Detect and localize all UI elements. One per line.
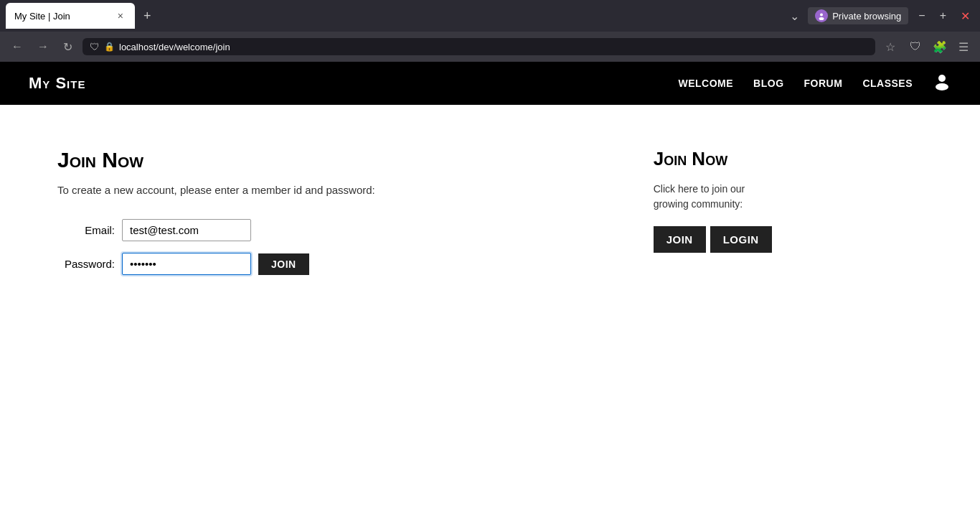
active-tab: My Site | Join ×: [6, 3, 135, 29]
tab-bar: My Site | Join × + ⌄ Private browsing − …: [0, 0, 980, 32]
main-content: Join Now To create a new account, please…: [0, 105, 980, 464]
new-tab-button[interactable]: +: [138, 6, 157, 27]
forward-button[interactable]: →: [33, 37, 53, 56]
right-section: Join Now Click here to join our growing …: [625, 148, 923, 421]
form-join-button[interactable]: JOIN: [258, 253, 309, 275]
password-input[interactable]: [122, 253, 251, 275]
sidebar-login-button[interactable]: LOGIN: [710, 226, 772, 253]
svg-point-4: [936, 83, 948, 90]
nav-welcome[interactable]: WELCOME: [678, 78, 733, 89]
site-header: My Site WELCOME BLOG FORUM CLASSES: [0, 62, 980, 105]
private-browsing-label: Private browsing: [832, 11, 901, 22]
svg-point-3: [938, 75, 946, 82]
extensions-button[interactable]: 🧩: [928, 37, 951, 57]
password-row: Password: JOIN: [57, 253, 596, 275]
shield-icon: 🛡: [90, 41, 100, 52]
url-full: localhost/dev/welcome/join: [119, 42, 230, 52]
sidebar-description: Click here to join our growing community…: [654, 182, 923, 212]
svg-point-1: [820, 14, 823, 17]
page-subtitle: To create a new account, please enter a …: [57, 184, 596, 196]
private-browsing-badge: Private browsing: [808, 7, 908, 24]
tab-dropdown-icon[interactable]: ⌄: [787, 6, 802, 26]
sidebar-desc-line2: growing community:: [654, 198, 743, 210]
tab-title: My Site | Join: [14, 11, 109, 22]
maximize-button[interactable]: +: [936, 8, 951, 24]
nav-blog[interactable]: BLOG: [753, 78, 783, 89]
email-row: Email:: [57, 219, 596, 241]
address-input-wrapper[interactable]: 🛡 🔒 localhost/dev/welcome/join: [83, 38, 875, 55]
password-label: Password:: [57, 258, 115, 270]
toolbar-right: 🛡 🧩 ☰: [905, 37, 973, 57]
private-browsing-icon: [815, 9, 828, 22]
svg-point-2: [819, 17, 824, 20]
address-text: localhost/dev/welcome/join: [119, 42, 868, 52]
site-nav: WELCOME BLOG FORUM CLASSES: [678, 72, 951, 95]
user-icon[interactable]: [933, 72, 951, 95]
menu-button[interactable]: ☰: [954, 37, 973, 57]
minimize-button[interactable]: −: [914, 8, 929, 24]
email-label: Email:: [57, 224, 115, 236]
email-input[interactable]: [122, 219, 251, 241]
tab-bar-right: ⌄ Private browsing − + ✕: [787, 6, 974, 26]
close-window-button[interactable]: ✕: [956, 8, 974, 24]
sidebar-buttons: JOIN LOGIN: [654, 226, 923, 253]
page-title: Join Now: [57, 148, 596, 172]
bookmark-button[interactable]: ☆: [881, 39, 900, 55]
sidebar-title: Join Now: [654, 148, 923, 170]
tab-close-button[interactable]: ×: [115, 9, 126, 23]
nav-classes[interactable]: CLASSES: [862, 78, 913, 89]
reload-button[interactable]: ↻: [59, 37, 77, 57]
shield-toolbar-button[interactable]: 🛡: [905, 37, 925, 56]
left-section: Join Now To create a new account, please…: [57, 148, 596, 421]
sidebar-join-button[interactable]: JOIN: [654, 226, 706, 253]
address-bar: ← → ↻ 🛡 🔒 localhost/dev/welcome/join ☆ 🛡…: [0, 32, 980, 62]
site-logo[interactable]: My Site: [29, 74, 85, 93]
back-button[interactable]: ←: [7, 37, 27, 56]
sidebar-desc-line1: Click here to join our: [654, 183, 745, 195]
browser-chrome: My Site | Join × + ⌄ Private browsing − …: [0, 0, 980, 62]
lock-icon: 🔒: [104, 42, 115, 52]
nav-forum[interactable]: FORUM: [804, 78, 843, 89]
